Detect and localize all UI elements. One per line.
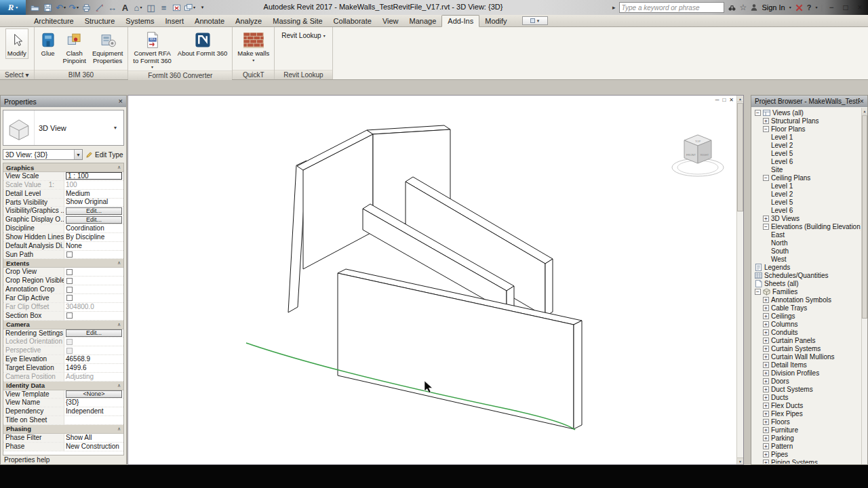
- button-about-formit-360[interactable]: About FormIt 360: [176, 28, 229, 59]
- tree-item-east[interactable]: East: [752, 230, 861, 239]
- collapse-icon[interactable]: −: [755, 110, 761, 116]
- tree-item-floor-plans[interactable]: −Floor Plans: [752, 125, 861, 133]
- expand-icon[interactable]: +: [763, 403, 769, 409]
- section-graphics[interactable]: Graphics∧: [3, 163, 123, 172]
- collapse-icon[interactable]: −: [763, 126, 769, 132]
- project-browser-header[interactable]: Project Browser - MakeWalls_TestRevi... …: [751, 96, 867, 107]
- tab-structure[interactable]: Structure: [79, 16, 121, 26]
- thin-lines-icon[interactable]: ≡: [157, 1, 170, 14]
- button-rendering-settings[interactable]: Edit...: [66, 329, 122, 337]
- checkbox-annotation-crop[interactable]: [66, 287, 73, 293]
- help-icon[interactable]: ?: [807, 3, 812, 12]
- tree-item-pattern[interactable]: +Pattern: [752, 442, 861, 450]
- tab-add-ins[interactable]: Add-Ins: [441, 15, 479, 27]
- search-input[interactable]: [619, 2, 724, 13]
- expand-icon[interactable]: +: [763, 435, 769, 441]
- view-close-icon[interactable]: ✕: [729, 98, 734, 103]
- open-file-icon[interactable]: [28, 1, 41, 14]
- tree-item-3d-views[interactable]: +3D Views: [752, 214, 861, 222]
- tree-item-columns[interactable]: +Columns: [752, 320, 861, 328]
- tab-massing-site[interactable]: Massing & Site: [267, 16, 328, 26]
- button-convert-rfa-to-formit-360[interactable]: RFAConvert RFA to FormIt 360▾: [131, 28, 174, 70]
- switch-windows-icon[interactable]: ▾: [183, 1, 196, 14]
- section-extents[interactable]: Extents∧: [3, 259, 123, 268]
- button-make-walls[interactable]: Make walls▾: [235, 28, 271, 64]
- tree-item-parking[interactable]: +Parking: [752, 434, 861, 442]
- close-hidden-windows-icon[interactable]: [170, 1, 183, 14]
- tree-item-ceiling-plans[interactable]: −Ceiling Plans: [752, 174, 861, 182]
- section-phasing[interactable]: Phasing∧: [3, 425, 123, 434]
- tab-view[interactable]: View: [377, 16, 404, 26]
- properties-header[interactable]: Properties ×: [1, 96, 126, 107]
- tab-manage[interactable]: Manage: [404, 16, 442, 26]
- view-minimize-icon[interactable]: ─: [715, 98, 719, 103]
- sign-in-caret-icon[interactable]: ▾: [789, 5, 791, 9]
- tree-item-level-1[interactable]: Level 1: [752, 133, 861, 141]
- drawing-area[interactable]: TOP FRONT RIGHT ─ □ ✕ ▲ ▼: [127, 95, 744, 465]
- tree-item-sheets-all[interactable]: Sheets (all): [752, 279, 861, 287]
- collapse-icon[interactable]: −: [763, 175, 769, 181]
- expand-icon[interactable]: +: [763, 451, 769, 458]
- value-target-elevation[interactable]: 1499.6: [66, 364, 87, 372]
- expand-icon[interactable]: +: [763, 118, 769, 124]
- redo-icon[interactable]: ↷▾: [67, 1, 80, 14]
- panel-label-select[interactable]: Select ▾: [0, 70, 34, 79]
- expand-icon[interactable]: +: [763, 297, 769, 303]
- tree-item-west[interactable]: West: [752, 255, 861, 263]
- expand-icon[interactable]: +: [763, 346, 769, 352]
- sign-in-label[interactable]: Sign In: [762, 3, 785, 12]
- expand-icon[interactable]: +: [763, 321, 769, 327]
- button-clash-pinpoint[interactable]: Clash Pinpoint: [61, 28, 88, 66]
- section-identity-data[interactable]: Identity Data∧: [3, 382, 123, 390]
- view-filter-combo[interactable]: 3D View: {3D} ▼: [3, 149, 83, 160]
- tree-item-legends[interactable]: Legends: [752, 263, 861, 271]
- properties-close-icon[interactable]: ×: [119, 98, 123, 105]
- tree-item-annotation-symbols[interactable]: +Annotation Symbols: [752, 296, 861, 304]
- browser-scroll-thumb[interactable]: [862, 115, 867, 319]
- expand-icon[interactable]: +: [763, 411, 769, 417]
- expand-icon[interactable]: +: [763, 427, 769, 433]
- tab-systems[interactable]: Systems: [120, 16, 159, 26]
- expand-icon[interactable]: +: [763, 329, 769, 336]
- tree-item-curtain-wall-mullions[interactable]: +Curtain Wall Mullions: [752, 352, 861, 361]
- canvas-scroll-thumb[interactable]: [737, 103, 743, 211]
- customize-quick-access-icon[interactable]: ▾: [196, 1, 209, 14]
- project-browser-close-icon[interactable]: ×: [860, 98, 864, 105]
- tree-item-duct-systems[interactable]: +Duct Systems: [752, 385, 861, 393]
- expand-icon[interactable]: +: [763, 419, 769, 425]
- text-note-icon[interactable]: A: [119, 1, 132, 14]
- tree-item-ceilings[interactable]: +Ceilings: [752, 312, 861, 320]
- value-view-name[interactable]: {3D}: [66, 399, 79, 407]
- value-discipline[interactable]: Coordination: [66, 224, 104, 232]
- tree-item-north[interactable]: North: [752, 239, 861, 247]
- tree-item-south[interactable]: South: [752, 247, 861, 255]
- exchange-apps-icon[interactable]: [795, 3, 804, 12]
- tree-item-level-5[interactable]: Level 5: [752, 198, 861, 206]
- tree-item-flex-ducts[interactable]: +Flex Ducts: [752, 401, 861, 409]
- value-show-hidden-lines[interactable]: By Discipline: [66, 233, 104, 241]
- value-eye-elevation[interactable]: 46568.9: [66, 355, 90, 363]
- collapse-section-icon[interactable]: ∧: [117, 322, 121, 327]
- canvas-vertical-scrollbar[interactable]: ▲ ▼: [736, 96, 743, 464]
- help-caret-icon[interactable]: ▾: [815, 5, 817, 9]
- tree-item-curtain-panels[interactable]: +Curtain Panels: [752, 336, 861, 344]
- view-cube[interactable]: TOP FRONT RIGHT: [672, 135, 724, 176]
- tree-item-families[interactable]: −Families: [752, 287, 861, 296]
- minimize-button[interactable]: −: [826, 3, 837, 12]
- expand-icon[interactable]: +: [763, 386, 769, 392]
- ribbon-options-combo[interactable]: ▾: [522, 16, 548, 25]
- tree-item-division-profiles[interactable]: +Division Profiles: [752, 369, 861, 377]
- properties-help-link[interactable]: Properties help: [4, 456, 50, 464]
- browser-vertical-scrollbar[interactable]: ▲: [861, 108, 867, 464]
- close-button[interactable]: ×: [854, 3, 865, 12]
- tree-item-ducts[interactable]: +Ducts: [752, 393, 861, 401]
- tree-item-piping-systems[interactable]: +Piping Systems: [752, 458, 861, 464]
- tab-architecture[interactable]: Architecture: [28, 16, 79, 26]
- undo-icon[interactable]: ↶▾: [54, 1, 67, 14]
- tree-item-views-all[interactable]: −Views (all): [752, 108, 861, 117]
- value-detail-level[interactable]: Medium: [66, 190, 90, 198]
- expand-icon[interactable]: +: [763, 460, 769, 464]
- expand-icon[interactable]: +: [763, 362, 769, 368]
- search-icon[interactable]: [728, 3, 736, 12]
- collapse-section-icon[interactable]: ∧: [117, 426, 121, 432]
